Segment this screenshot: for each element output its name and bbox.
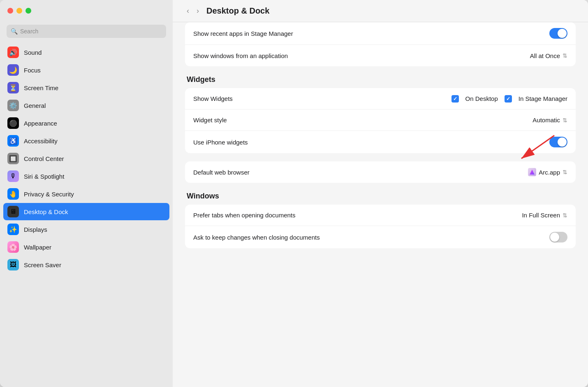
arc-badge: Arc.app (528, 168, 560, 176)
sidebar-item-label: Focus (24, 67, 41, 74)
wallpaper-icon: 🌸 (7, 241, 19, 253)
show-recent-apps-label: Show recent apps in Stage Manager (193, 30, 293, 37)
sidebar-item-desktop-dock[interactable]: 🖥 Desktop & Dock (3, 203, 169, 220)
sidebar-item-label: Siri & Spotlight (24, 173, 64, 180)
forward-button[interactable]: › (195, 6, 201, 16)
sound-icon: 🔊 (7, 47, 19, 58)
search-icon: 🔍 (11, 28, 18, 35)
sidebar-item-control-center[interactable]: 🔲 Control Center (3, 150, 169, 167)
show-windows-row: Show windows from an application All at … (185, 45, 576, 66)
sidebar-item-displays[interactable]: ✨ Displays (3, 221, 169, 238)
sidebar-item-label: Displays (24, 226, 47, 233)
prefer-tabs-row: Prefer tabs when opening documents In Fu… (185, 205, 576, 226)
use-iphone-widgets-label: Use iPhone widgets (193, 139, 248, 146)
widget-style-stepper-icon: ⇅ (563, 117, 567, 124)
sidebar-item-appearance[interactable]: ⚫ Appearance (3, 114, 169, 132)
siri-icon: 🎙 (7, 170, 19, 182)
sidebar-item-label: Wallpaper (24, 244, 51, 251)
general-icon: ⚙️ (7, 100, 19, 111)
widget-style-control[interactable]: Automatic ⇅ (532, 117, 567, 124)
browser-stepper-icon: ⇅ (563, 169, 567, 175)
ask-keep-changes-row: Ask to keep changes when closing documen… (185, 226, 576, 248)
sidebar-item-screen-time[interactable]: ⏳ Screen Time (3, 79, 169, 96)
ask-keep-changes-label: Ask to keep changes when closing documen… (193, 234, 320, 241)
sidebar-item-label: Control Center (24, 155, 64, 162)
svg-marker-0 (530, 170, 535, 175)
on-desktop-checkbox[interactable]: ✓ (451, 95, 459, 103)
main-header: ‹ › Desktop & Dock (173, 0, 588, 22)
sidebar-item-siri[interactable]: 🎙 Siri & Spotlight (3, 168, 169, 185)
screen-time-icon: ⏳ (7, 82, 19, 93)
windows-group: Prefer tabs when opening documents In Fu… (185, 205, 576, 248)
close-button[interactable] (7, 8, 13, 14)
sidebar-items: 🔊 Sound 🌙 Focus ⏳ Screen Time ⚙️ General… (0, 44, 173, 387)
sidebar-item-wallpaper[interactable]: 🌸 Wallpaper (3, 238, 169, 256)
browser-value: Arc.app (539, 169, 560, 176)
checkbox-check-icon: ✓ (453, 96, 457, 102)
ask-keep-changes-control (549, 232, 567, 242)
default-browser-row: Default web browser (185, 161, 576, 183)
show-recent-apps-row: Show recent apps in Stage Manager (185, 22, 576, 45)
main-content: ‹ › Desktop & Dock Show recent apps in S… (173, 0, 588, 387)
control-center-icon: 🔲 (7, 153, 19, 164)
widget-style-row: Widget style Automatic ⇅ (185, 110, 576, 131)
appearance-icon: ⚫ (7, 117, 19, 129)
toggle-knob (558, 29, 567, 38)
stepper-icon: ⇅ (563, 52, 567, 59)
arc-app-icon (528, 168, 536, 176)
sidebar-item-screen-saver[interactable]: 🖼 Screen Saver (3, 256, 169, 273)
page-title: Desktop & Dock (206, 6, 269, 16)
widgets-section-title: Widgets (185, 75, 576, 84)
show-recent-apps-toggle[interactable] (549, 28, 567, 39)
use-iphone-widgets-row: Use iPhone widgets (185, 131, 576, 153)
show-windows-control[interactable]: All at Once ⇅ (530, 52, 567, 59)
show-widgets-control: ✓ On Desktop ✓ In Stage Manager (451, 95, 567, 103)
widget-style-label: Widget style (193, 117, 227, 124)
windows-section-title: Windows (185, 192, 576, 200)
sidebar-item-general[interactable]: ⚙️ General (3, 97, 169, 114)
back-button[interactable]: ‹ (185, 6, 191, 16)
desktop-dock-icon: 🖥 (7, 206, 19, 217)
content-area: Show recent apps in Stage Manager Show w… (173, 22, 588, 269)
sidebar: 🔍 Search 🔊 Sound 🌙 Focus ⏳ Screen Time ⚙… (0, 0, 173, 387)
on-desktop-label: On Desktop (465, 95, 498, 102)
focus-icon: 🌙 (7, 64, 19, 76)
sidebar-item-label: Accessibility (24, 138, 58, 145)
widget-style-value: Automatic (532, 117, 560, 124)
widgets-group: Show Widgets ✓ On Desktop ✓ In Stage Man… (185, 88, 576, 153)
sidebar-item-label: Screen Time (24, 84, 58, 91)
prefer-tabs-label: Prefer tabs when opening documents (193, 212, 296, 219)
checkbox-check-icon-2: ✓ (506, 96, 510, 102)
screen-saver-icon: 🖼 (7, 259, 19, 270)
show-widgets-row: Show Widgets ✓ On Desktop ✓ In Stage Man… (185, 88, 576, 110)
use-iphone-widgets-toggle[interactable] (549, 137, 567, 147)
sidebar-item-label: Screen Saver (24, 261, 61, 268)
maximize-button[interactable] (25, 8, 31, 14)
ask-keep-changes-toggle[interactable] (549, 232, 567, 242)
sidebar-item-privacy[interactable]: 🤚 Privacy & Security (3, 185, 169, 203)
minimize-button[interactable] (16, 8, 22, 14)
search-bar[interactable]: 🔍 Search (7, 25, 166, 38)
displays-icon: ✨ (7, 224, 19, 235)
prefer-tabs-control[interactable]: In Full Screen ⇅ (522, 212, 567, 219)
toggle-knob-3 (550, 233, 559, 242)
sidebar-item-label: Sound (24, 49, 42, 56)
default-browser-label: Default web browser (193, 169, 250, 176)
sidebar-item-label: General (24, 102, 46, 109)
sidebar-item-accessibility[interactable]: ♿ Accessibility (3, 132, 169, 149)
in-stage-manager-label: In Stage Manager (519, 95, 567, 102)
default-browser-control[interactable]: Arc.app ⇅ (528, 168, 567, 176)
show-windows-value: All at Once (530, 52, 560, 59)
privacy-icon: 🤚 (7, 188, 19, 200)
prefer-tabs-stepper-icon: ⇅ (563, 212, 567, 219)
toggle-knob-2 (558, 138, 567, 147)
sidebar-item-label: Appearance (24, 120, 57, 127)
sidebar-item-focus[interactable]: 🌙 Focus (3, 61, 169, 79)
show-widgets-label: Show Widgets (193, 95, 233, 102)
titlebar (0, 0, 173, 21)
sidebar-item-sound[interactable]: 🔊 Sound (3, 44, 169, 61)
use-iphone-widgets-control (549, 137, 567, 147)
stage-manager-group: Show recent apps in Stage Manager Show w… (185, 22, 576, 66)
search-placeholder: Search (20, 28, 38, 35)
in-stage-manager-checkbox[interactable]: ✓ (505, 95, 512, 103)
